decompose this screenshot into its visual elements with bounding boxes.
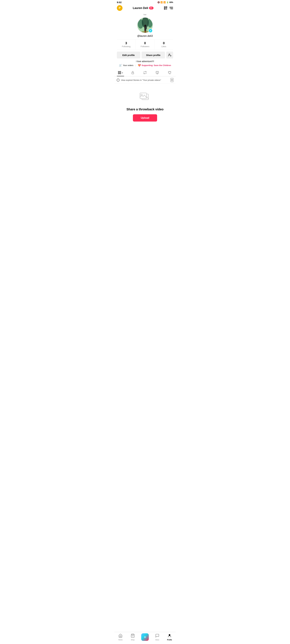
action-buttons: Edit profile Share profile [117,52,173,58]
svg-rect-30 [118,73,119,74]
bottom-nav: Home Shop + Inbox Profile [114,632,176,644]
bio-text: I love adventure!!!! [136,60,154,62]
stat-following[interactable]: 3 Following [117,40,136,50]
notice-text: View expired Stories in "Your private vi… [121,79,161,81]
notice-left: View expired Stories in "Your private vi… [116,78,161,82]
status-time: 9:02 [117,1,122,4]
tab-liked[interactable] [164,69,176,76]
inbox-icon [155,634,159,639]
mute-icon: 🔇 [158,1,160,4]
home-icon [118,634,122,639]
nav-right-icons [164,6,173,10]
tab-repost[interactable] [139,69,151,76]
status-bar: 9:02 🔇 📶 📶 🔋 69% [114,0,176,4]
notice-close-button[interactable]: ✕ [170,78,174,82]
followers-label: Followers [136,45,154,48]
profile-username[interactable]: @lauren.deli3 [137,34,153,38]
svg-rect-8 [166,9,166,10]
stat-followers[interactable]: 0 Followers [136,40,154,50]
charity-icon: 💝 [138,64,141,67]
shop-icon [131,634,135,639]
nav-avatar-letter: P [119,6,120,10]
svg-rect-5 [164,9,165,9]
orders-label: Your orders [123,64,133,66]
likes-count: 0 [154,41,173,45]
svg-rect-33 [156,72,159,74]
edit-profile-button[interactable]: Edit profile [117,52,140,58]
throwback-title: Share a throwback video [126,108,164,111]
avatar-wrapper: + [137,17,153,33]
profile-nav-label: Profile [167,639,172,641]
svg-point-43 [169,634,170,636]
cart-icon: 🛒 [119,64,122,67]
svg-rect-29 [120,72,121,72]
nav-home[interactable]: Home [114,634,126,641]
charity-label: Supporting: Save the Children [142,64,171,66]
following-count: 3 [117,41,136,45]
nav-shop[interactable]: Shop [126,634,139,641]
wifi-icon: 📶 [164,1,166,4]
svg-rect-24 [146,29,146,31]
home-label: Home [118,639,123,641]
stats-row: 3 Following 0 Followers 0 Likes [117,39,173,50]
svg-rect-32 [132,72,134,74]
svg-point-20 [144,25,146,27]
svg-rect-6 [166,8,166,9]
upload-button[interactable]: Upload [133,114,157,122]
nav-user-name: Lauren Deli [133,6,148,10]
nav-avatar-p[interactable]: P [117,5,122,11]
tab-tagged[interactable] [151,69,164,76]
following-label: Following [117,45,136,48]
add-friend-button[interactable] [166,52,173,58]
charity-link[interactable]: 💝 Supporting: Save the Children [138,64,171,67]
top-nav: P Lauren Deli 9+ [114,4,176,12]
profile-pronoun: her [144,13,146,16]
content-tab-bar [114,69,176,76]
nav-profile[interactable]: Profile [164,634,176,641]
nav-title-wrap: Lauren Deli 9+ [133,6,154,10]
create-button[interactable]: + [141,633,149,641]
link-divider: | [135,64,136,66]
links-bar: 🛒 Your orders | 💝 Supporting: Save the C… [119,64,171,67]
share-profile-button[interactable]: Share profile [142,52,165,58]
svg-rect-7 [166,8,167,9]
followers-count: 0 [136,41,154,45]
svg-rect-9 [166,9,167,10]
signal-icon: 📶 [160,1,163,4]
shop-label: Shop [131,639,134,641]
svg-rect-28 [118,72,119,72]
battery-icon: 🔋 [166,1,169,4]
menu-button[interactable] [170,6,173,10]
svg-rect-31 [120,73,121,74]
svg-point-25 [169,54,170,55]
tab-private[interactable] [126,69,139,76]
stat-likes[interactable]: 0 Likes [154,40,173,50]
content-area: Share a throwback video Upload [114,84,176,140]
profile-section: her [114,12,176,69]
status-icons: 🔇 📶 📶 🔋 69% [158,1,173,4]
notice-banner: View expired Stories in "Your private vi… [114,76,176,84]
throwback-icon [139,90,151,105]
svg-rect-22 [146,27,147,29]
nav-inbox[interactable]: Inbox [151,634,164,641]
inbox-label: Inbox [156,639,159,641]
nav-create[interactable]: + [139,633,151,641]
notification-badge[interactable]: 9+ [149,6,154,10]
profile-nav-icon [168,634,172,639]
avatar-add-button[interactable]: + [148,28,152,33]
tab-grid[interactable] [114,69,126,76]
qr-code-button[interactable] [164,6,168,10]
battery-percent: 69% [170,1,173,4]
svg-rect-4 [166,7,167,8]
svg-rect-3 [164,7,165,8]
orders-link[interactable]: 🛒 Your orders [119,64,133,67]
likes-label: Likes [154,45,173,48]
svg-rect-23 [144,29,145,31]
